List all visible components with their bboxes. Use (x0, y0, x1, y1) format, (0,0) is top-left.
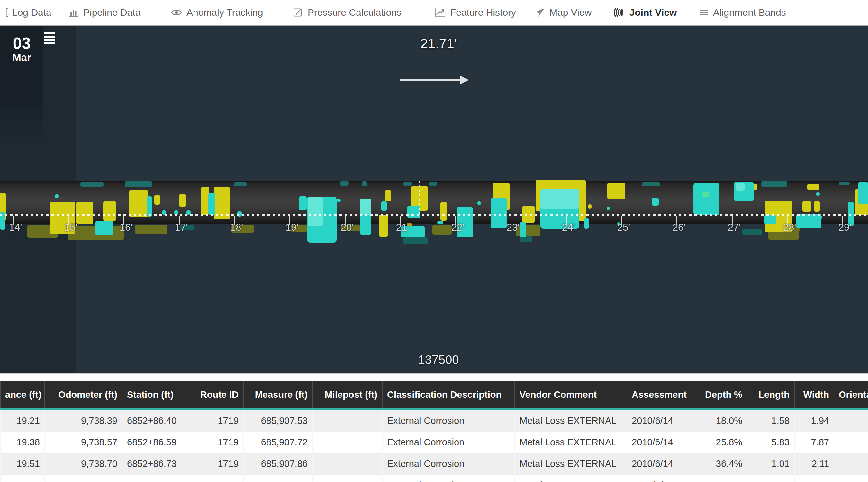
anomaly-mark[interactable] (95, 221, 114, 235)
cell: 685,907.53 (243, 409, 312, 432)
cell: 6852+86.59 (122, 431, 190, 453)
anomaly-mark[interactable] (429, 182, 437, 186)
anomaly-mark[interactable] (403, 182, 412, 186)
odometer-readout: 137500 (413, 353, 464, 367)
column-header-route-id[interactable]: Route ID (190, 381, 243, 409)
tab-log-data[interactable]: Log Data (5, 0, 52, 25)
tab-pressure-calculations[interactable]: Pressure Calculations (292, 0, 402, 25)
anomaly-mark[interactable] (802, 201, 811, 212)
anomaly-mark[interactable] (154, 195, 160, 205)
tab-pipeline-data[interactable]: Pipeline Data (68, 0, 141, 25)
anomaly-mark[interactable] (379, 215, 388, 236)
column-header-depth-[interactable]: Depth % (696, 381, 747, 409)
anomaly-mark[interactable] (764, 215, 776, 224)
column-header-measure-ft-[interactable]: Measure (ft) (243, 381, 312, 409)
anomaly-mark[interactable] (147, 196, 152, 217)
table-row[interactable]: 19.519,738.706852+86.731719685,907.86Ext… (0, 453, 868, 475)
table-row[interactable]: 19.389,738.576852+86.591719685,907.72Ext… (0, 431, 868, 453)
cell: 9,738.39 (45, 409, 122, 432)
ruler-tick-label: 16' (120, 222, 132, 233)
app-window: Log DataPipeline DataAnomaly TrackingPre… (0, 0, 868, 482)
anomaly-mark[interactable] (588, 204, 591, 208)
cell (243, 475, 312, 482)
table-row[interactable]: External CorrosionMetal Loss EXTERNAL201… (0, 475, 868, 482)
anomaly-mark[interactable] (703, 192, 709, 197)
column-header-station-ft-[interactable]: Station (ft) (122, 381, 190, 409)
column-header-ance-ft-[interactable]: ance (ft) (0, 381, 45, 409)
anomaly-mark[interactable] (742, 229, 762, 235)
cell: 1719 (190, 431, 243, 453)
anomaly-mark[interactable] (693, 183, 719, 215)
cell: 19.51 (0, 453, 45, 475)
anomaly-mark[interactable] (179, 194, 186, 206)
anomaly-mark[interactable] (814, 201, 820, 212)
joint-icon (613, 7, 625, 18)
ruler-tick-label: 23' (507, 222, 520, 233)
anomaly-mark[interactable] (440, 202, 447, 221)
anomaly-mark[interactable] (360, 199, 371, 215)
column-header-classification-description[interactable]: Classification Description (382, 381, 515, 409)
anomaly-mark[interactable] (55, 194, 59, 198)
tab-alignment-bands[interactable]: Alignment Bands (699, 0, 786, 25)
anomaly-mark[interactable] (816, 192, 820, 196)
anomaly-mark[interactable] (819, 216, 823, 219)
ruler-tick-label: 22' (452, 222, 464, 233)
anomaly-mark[interactable] (125, 181, 152, 187)
edit-icon (292, 7, 304, 18)
menu-icon[interactable] (44, 32, 55, 44)
anomaly-mark[interactable] (540, 189, 579, 208)
cell: 2010/6/14 (627, 475, 696, 482)
anomaly-mark[interactable] (208, 193, 215, 215)
column-header-vendor-comment[interactable]: Vendor Comment (515, 381, 627, 409)
column-header-orientation[interactable]: Orientation (834, 381, 868, 409)
anomaly-mark[interactable] (839, 182, 850, 185)
anomaly-mark[interactable] (491, 198, 507, 228)
tab-joint-view[interactable]: Joint View (602, 0, 687, 25)
anomaly-mark[interactable] (403, 237, 428, 244)
tab-anomaly-tracking[interactable]: Anomaly Tracking (171, 0, 263, 25)
table-row[interactable]: 19.219,738.396852+86.401719685,907.53Ext… (0, 409, 868, 432)
column-header-odometer-ft-[interactable]: Odometer (ft) (45, 381, 122, 409)
anomaly-mark[interactable] (432, 225, 452, 234)
cell: External Corrosion (382, 409, 515, 432)
cell: 1.58 (747, 409, 795, 432)
anomaly-mark[interactable] (652, 198, 659, 206)
cell (0, 475, 45, 482)
anomaly-mark[interactable] (761, 181, 787, 187)
column-header-length[interactable]: Length (747, 381, 795, 409)
column-header-width[interactable]: Width (795, 381, 834, 409)
anomaly-mark[interactable] (385, 190, 391, 201)
anomaly-mark[interactable] (76, 202, 93, 224)
anomaly-mark[interactable] (736, 183, 745, 191)
cell: 6852+86.40 (122, 409, 190, 432)
tab-map-view[interactable]: Map View (535, 0, 591, 25)
anomaly-mark[interactable] (337, 199, 341, 202)
anomaly-mark[interactable] (103, 201, 116, 221)
anomaly-mark[interactable] (135, 225, 167, 234)
anomaly-mark[interactable] (437, 221, 443, 224)
anomaly-mark[interactable] (858, 182, 868, 204)
ruler-tick-label: 20' (341, 222, 353, 233)
anomaly-mark[interactable] (308, 197, 323, 226)
anomaly-mark[interactable] (520, 222, 526, 237)
date-day: 03 (0, 35, 43, 52)
anomaly-mark[interactable] (81, 182, 103, 187)
anomaly-mark[interactable] (584, 218, 589, 229)
ruler-tick-label: 26' (673, 222, 685, 233)
tab-label: Alignment Bands (713, 7, 786, 18)
anomaly-mark[interactable] (234, 182, 247, 186)
column-header-assessment[interactable]: Assessment (627, 381, 696, 409)
anomaly-mark[interactable] (129, 190, 148, 217)
anomaly-mark[interactable] (299, 196, 307, 210)
tab-feature-history[interactable]: Feature History (434, 0, 516, 25)
anomaly-mark[interactable] (807, 184, 819, 190)
anomaly-mark[interactable] (477, 201, 481, 205)
anomaly-mark[interactable] (607, 206, 610, 210)
anomaly-mark[interactable] (642, 182, 660, 186)
column-header-milepost-ft-[interactable]: Milepost (ft) (312, 381, 382, 409)
anomaly-mark[interactable] (607, 183, 625, 199)
anomaly-mark[interactable] (340, 181, 349, 186)
anomaly-mark[interactable] (362, 181, 367, 186)
tab-label: Pressure Calculations (308, 7, 402, 18)
anomaly-mark[interactable] (381, 201, 387, 211)
